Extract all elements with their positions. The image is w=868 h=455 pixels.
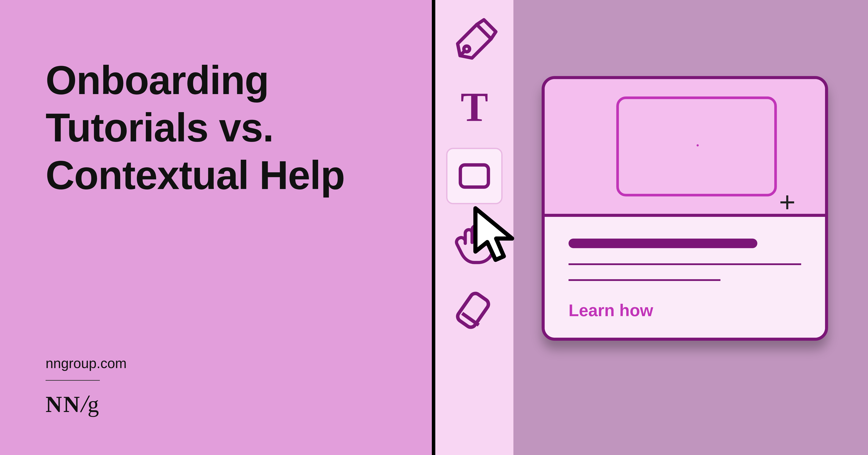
hand-icon (452, 221, 497, 266)
tool-eraser[interactable] (446, 282, 503, 339)
help-popover: + Learn how (541, 76, 828, 341)
popover-text-line (568, 279, 720, 281)
tool-rectangle[interactable] (446, 148, 503, 204)
svg-rect-3 (460, 165, 488, 187)
canvas-area: + Learn how (514, 0, 868, 455)
svg-rect-4 (456, 291, 490, 329)
vertical-divider (432, 0, 435, 455)
plus-icon: + (779, 188, 796, 216)
site-url: nngroup.com (45, 355, 386, 371)
text-icon: T (454, 88, 495, 129)
tool-text[interactable]: T (446, 80, 503, 137)
nng-logo: NN/g (45, 389, 386, 418)
eraser-icon (453, 289, 496, 333)
logo-nn: NN (45, 392, 81, 417)
popover-text-line (568, 263, 801, 265)
learn-how-link[interactable]: Learn how (568, 301, 653, 320)
popover-title-placeholder (568, 238, 757, 248)
popover-body: Learn how (545, 214, 825, 338)
illustration-panel: T + (435, 0, 868, 455)
tool-hand[interactable] (446, 215, 503, 272)
headline-panel: Onboarding Tutorials vs. Contextual Help… (0, 0, 432, 455)
pen-icon (451, 18, 498, 65)
divider (45, 380, 100, 381)
page-title: Onboarding Tutorials vs. Contextual Help (45, 56, 386, 199)
footer-block: nngroup.com NN/g (45, 355, 386, 418)
rectangle-icon (456, 158, 493, 195)
svg-text:T: T (461, 88, 488, 129)
toolbar: T (435, 0, 514, 455)
popover-preview: + (545, 79, 825, 214)
preview-center-dot (696, 144, 699, 146)
logo-g: g (88, 392, 99, 417)
logo-slash: / (81, 390, 88, 418)
preview-rect (616, 96, 777, 196)
tool-pen[interactable] (446, 13, 503, 69)
